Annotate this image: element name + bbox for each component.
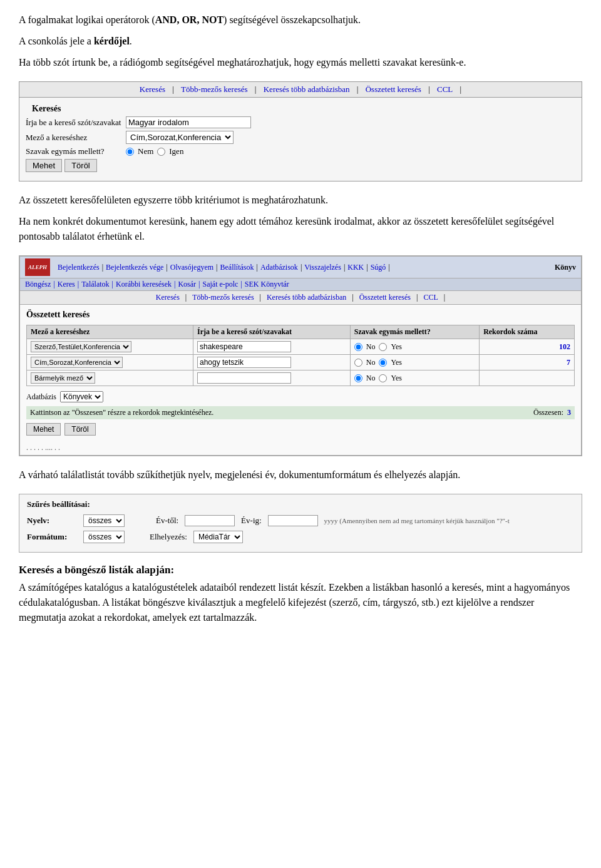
evig-label: Év-ig:	[241, 516, 262, 526]
nav-bejelentkezes-vege[interactable]: Bejelentkezés vége	[103, 263, 166, 272]
row3-count	[480, 370, 575, 386]
adatbazis-select[interactable]: Könyvek	[60, 391, 103, 402]
menu-title: Könyv	[472, 263, 576, 272]
row3-szoveg	[193, 370, 350, 386]
aleph-content: Összetett keresés Mező a kereséshez Írja…	[20, 305, 581, 441]
row2-input[interactable]	[197, 357, 291, 368]
row1-mezo-select[interactable]: Szerző,Testület,Konferencia	[31, 341, 131, 352]
nem-label: Nem	[138, 146, 153, 156]
aleph-mehet-button[interactable]: Mehet	[26, 423, 61, 436]
nav-sajat-epolc[interactable]: Saját e-polc	[202, 280, 238, 289]
tab-ccl[interactable]: CCL	[437, 84, 453, 94]
mezo-select[interactable]: Cím,Sorozat,Konferencia	[126, 131, 234, 144]
mezo-row: Mező a kereséshez Cím,Sorozat,Konferenci…	[26, 131, 575, 144]
nav-kosar[interactable]: Kosár	[178, 280, 196, 289]
elhelyezes-select[interactable]: MédiaTár	[193, 531, 243, 543]
row1-yes-radio[interactable]	[379, 343, 387, 351]
row1-count[interactable]: 102	[480, 339, 575, 355]
aleph-torol-button[interactable]: Töröl	[64, 423, 95, 436]
evig-input[interactable]	[268, 515, 318, 526]
row3-radio-cell: No Yes	[350, 370, 479, 386]
paragraph-4: Az összetett keresőfelületen egyszerre t…	[19, 193, 582, 208]
elhelyezes-label: Elhelyezés:	[150, 532, 187, 542]
filter-row-formatum: Formátum: összes Elhelyezés: MédiaTár	[27, 531, 574, 543]
row1-mezo: Szerző,Testület,Konferencia	[27, 339, 193, 355]
tab-tobb-adatbazis[interactable]: Keresés több adatbázisban	[264, 84, 350, 94]
row2-count[interactable]: 7	[480, 355, 575, 370]
evtol-input[interactable]	[185, 515, 235, 526]
aleph-logo: ALEPH	[25, 258, 50, 276]
aleph-pagination: . . . . . .... . .	[20, 441, 581, 455]
igen-radio[interactable]	[157, 148, 165, 156]
simple-buttons-row: Mehet Töröl	[26, 159, 575, 172]
filter-row-nyelv: Nyelv: összes Év-től: Év-ig: yyyy (Amenn…	[27, 514, 574, 527]
nav-adatbazisok[interactable]: Adatbázisok	[258, 263, 300, 272]
kattintson-row: Kattintson az "Összesen" részre a rekord…	[26, 406, 575, 419]
table-row: Szerző,Testület,Konferencia No Yes	[27, 339, 575, 355]
szavak-radio-group: Nem Igen	[126, 146, 183, 156]
row3-yes-radio[interactable]	[379, 374, 387, 382]
nav-sek-konyvtar[interactable]: SEK Könyvtár	[245, 280, 289, 289]
row2-no-radio[interactable]	[354, 359, 362, 367]
nem-radio[interactable]	[126, 148, 134, 156]
formatum-select[interactable]: összes	[83, 531, 125, 543]
nyelv-label: Nyelv:	[27, 516, 77, 526]
nav-korabbi-keresek[interactable]: Korábbi keresések	[116, 280, 172, 289]
keyword-input[interactable]	[126, 116, 251, 128]
aleph-tab-ccl[interactable]: CCL	[423, 293, 438, 302]
row2-szoveg	[193, 355, 350, 370]
tab-osszetett[interactable]: Összetett keresés	[366, 84, 421, 94]
search-tabs-bar: Keresés | Több-mezős keresés | Keresés t…	[19, 82, 582, 98]
row3-no-radio[interactable]	[354, 374, 362, 382]
evtol-label: Év-től:	[156, 516, 178, 526]
aleph-search-table: Mező a kereséshez Írja be a kereső szót/…	[26, 325, 575, 386]
aleph-search-box: ALEPH Bejelentkezés | Bejelentkezés vége…	[19, 255, 582, 456]
paragraph-7: A számítógépes katalógus a katalógustéte…	[19, 580, 582, 625]
nav-olvasojegyem[interactable]: Olvasójegyem	[168, 263, 216, 272]
paragraph-1: A fogalmakat logikai operátorok (AND, OR…	[19, 13, 582, 28]
row1-input[interactable]	[197, 341, 291, 352]
aleph-buttons: Mehet Töröl	[26, 423, 575, 436]
row3-mezo-select[interactable]: Bármelyik mező	[31, 372, 95, 384]
nav-sugo[interactable]: Súgó	[368, 263, 389, 272]
simple-search-box: Keresés | Több-mezős keresés | Keresés t…	[19, 81, 582, 181]
col-rekord: Rekordok száma	[480, 325, 575, 339]
col-mezo: Mező a kereséshez	[27, 325, 193, 339]
nav-kkk[interactable]: KKK	[345, 263, 366, 272]
igen-label: Igen	[169, 146, 183, 156]
keyword-label: Írja be a kereső szót/szavakat	[26, 118, 126, 128]
simple-search-form: Keresés Írja be a kereső szót/szavakat M…	[19, 98, 582, 181]
paragraph-5: Ha nem konkrét dokumentumot keresünk, ha…	[19, 214, 582, 244]
aleph-tab-tobb-mezos[interactable]: Több-mezős keresés	[192, 293, 254, 302]
tab-kereses[interactable]: Keresés	[140, 84, 165, 94]
aleph-tab-osszetett[interactable]: Összetett keresés	[359, 293, 411, 302]
aleph-tab-tobb-adatbazis[interactable]: Keresés több adatbázisban	[267, 293, 346, 302]
nav-visszajelzes[interactable]: Visszajelzés	[302, 263, 344, 272]
row3-mezo: Bármelyik mező	[27, 370, 193, 386]
filter-hint: yyyy (Amennyiben nem ad meg tartományt k…	[324, 517, 510, 524]
row1-szoveg	[193, 339, 350, 355]
tab-tobb-mezos[interactable]: Több-mezős keresés	[181, 84, 248, 94]
nav-bejelentkezes[interactable]: Bejelentkezés	[55, 263, 102, 272]
nyelv-select[interactable]: összes	[83, 514, 125, 527]
osszesen-value[interactable]: 3	[567, 408, 571, 417]
aleph-nav2: Böngész | Keres | Találatok | Korábbi ke…	[20, 278, 581, 291]
mehet-button[interactable]: Mehet	[26, 159, 62, 172]
row2-yes-radio[interactable]	[379, 359, 387, 367]
table-row: Bármelyik mező No Yes	[27, 370, 575, 386]
col-irja: Írja be a kereső szót/szavakat	[193, 325, 350, 339]
aleph-tab-kereses[interactable]: Keresés	[156, 293, 180, 302]
row2-mezo-select[interactable]: Cím,Sorozat,Konferencia	[31, 357, 123, 368]
row1-no-radio[interactable]	[354, 343, 362, 351]
nav-beallitasok[interactable]: Beállítások	[217, 263, 256, 272]
row3-input[interactable]	[197, 372, 291, 384]
row1-radio-cell: No Yes	[350, 339, 479, 355]
szavak-label: Szavak egymás mellett?	[26, 146, 126, 156]
nav-bongessz[interactable]: Böngész	[25, 280, 51, 289]
browse-heading: Keresés a böngésző listák alapján:	[19, 564, 582, 576]
aleph-section-title: Összetett keresés	[26, 310, 575, 320]
nav-keres[interactable]: Keres	[58, 280, 75, 289]
nav-talalatok[interactable]: Találatok	[81, 280, 109, 289]
torol-button[interactable]: Töröl	[64, 159, 97, 172]
paragraph-2: A csonkolás jele a kérdőjel.	[19, 34, 582, 49]
